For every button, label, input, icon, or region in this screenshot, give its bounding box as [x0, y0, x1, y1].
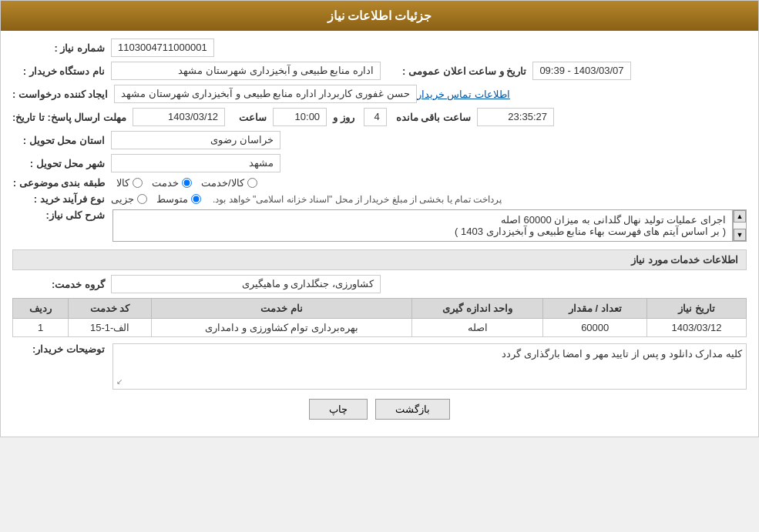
purchase-jozei-radio[interactable]	[137, 194, 147, 204]
description-label: شرح کلی نیاز:	[12, 209, 105, 221]
deadline-days-value: 4	[364, 108, 387, 126]
category-khadamat-label: خدمت	[152, 177, 179, 189]
service-group-value: کشاورزی، جنگلداری و ماهیگیری	[111, 275, 381, 293]
col-service-name: نام خدمت	[152, 299, 412, 319]
deadline-label: مهلت ارسال پاسخ: تا تاریخ:	[12, 112, 126, 123]
buyer-notes-container: کلیه مدارک دانلود و پس از تایید مهر و ام…	[113, 343, 747, 390]
back-button[interactable]: بازگشت	[375, 399, 450, 420]
cell-service-code: الف-1-15	[69, 319, 152, 337]
deadline-remaining-value: 23:35:27	[477, 108, 554, 126]
desc-scrollbar: ▲ ▼	[733, 209, 747, 242]
content-area: 1103004711000001 شماره نیاز : 1403/03/07…	[1, 31, 758, 437]
cell-service-name: بهره‌برداری توام کشاورزی و دامداری	[152, 319, 412, 337]
purchase-motavasset-radio[interactable]	[191, 194, 201, 204]
purchase-type-radio-group: متوسط جزیی	[111, 193, 201, 205]
category-khadamat[interactable]: خدمت	[152, 177, 192, 189]
page-wrapper: جزئیات اطلاعات نیاز 1103004711000001 شما…	[0, 0, 759, 437]
deadline-remaining-label: ساعت باقی مانده	[396, 112, 471, 123]
category-kala-label: کالا	[116, 177, 129, 189]
description-text: اجرای عملیات تولید نهال گلدانی به میزان …	[113, 209, 733, 242]
resize-icon: ↙	[116, 377, 123, 386]
cell-row-num: 1	[13, 319, 69, 337]
purchase-type-row: پرداخت تمام یا بخشی از مبلغ خریدار از مح…	[12, 193, 747, 205]
description-row: ▲ ▼ اجرای عملیات تولید نهال گلدانی به می…	[12, 209, 747, 242]
services-table: تاریخ نیاز تعداد / مقدار واحد اندازه گیر…	[12, 298, 747, 337]
buyer-notes-value: کلیه مدارک دانلود و پس از تایید مهر و ام…	[113, 343, 747, 390]
purchase-jozei-label: جزیی	[111, 193, 134, 205]
province-label: استان محل تحویل :	[12, 135, 105, 146]
scroll-up-button[interactable]: ▲	[734, 210, 746, 223]
category-row: کالا/خدمت خدمت کالا طبقه بندی موضوعی :	[12, 177, 747, 189]
deadline-time-value: 10:00	[273, 108, 327, 126]
need-number-value: 1103004711000001	[111, 38, 214, 57]
description-container: ▲ ▼ اجرای عملیات تولید نهال گلدانی به می…	[113, 209, 747, 242]
buyer-notes-text: کلیه مدارک دانلود و پس از تایید مهر و ام…	[502, 348, 742, 360]
description-line1: اجرای عملیات تولید نهال گلدانی به میزان …	[119, 214, 726, 226]
table-row: 1403/03/12 60000 اصله بهره‌برداری توام ک…	[13, 319, 747, 337]
deadline-days-label: روز و	[333, 112, 354, 123]
service-group-row: کشاورزی، جنگلداری و ماهیگیری گروه خدمت:	[12, 275, 747, 293]
cell-unit: اصله	[412, 319, 543, 337]
city-label: شهر محل تحویل :	[12, 158, 105, 169]
col-service-code: کد خدمت	[69, 299, 152, 319]
description-line2: ( بر اساس آیتم های فهرست بهاء منابع طبیع…	[119, 226, 726, 237]
city-row: مشهد شهر محل تحویل :	[12, 154, 747, 172]
province-row: خراسان رضوی استان محل تحویل :	[12, 131, 747, 149]
service-group-label: گروه خدمت:	[12, 279, 105, 290]
province-value: خراسان رضوی	[111, 131, 280, 149]
need-number-label: شماره نیاز :	[12, 42, 105, 54]
purchase-jozei[interactable]: جزیی	[111, 193, 147, 205]
city-value: مشهد	[111, 154, 280, 172]
deadline-time-label: ساعت	[239, 112, 267, 123]
page-title: جزئیات اطلاعات نیاز	[327, 9, 432, 22]
col-unit: واحد اندازه گیری	[412, 299, 543, 319]
deadline-row: 23:35:27 ساعت باقی مانده 4 روز و 10:00 س…	[12, 108, 747, 126]
deadline-date-value: 1403/03/12	[133, 108, 225, 126]
category-label: طبقه بندی موضوعی :	[12, 177, 105, 189]
buyer-notes-row: کلیه مدارک دانلود و پس از تایید مهر و ام…	[12, 343, 747, 390]
page-header: جزئیات اطلاعات نیاز	[1, 1, 758, 31]
buyer-notes-label: توضیحات خریدار:	[12, 343, 105, 355]
cell-quantity: 60000	[543, 319, 647, 337]
table-header-row: تاریخ نیاز تعداد / مقدار واحد اندازه گیر…	[13, 299, 747, 319]
announce-datetime-label: تاریخ و ساعت اعلان عمومی :	[402, 65, 526, 77]
buyer-org-label: نام دستگاه خریدار :	[12, 65, 105, 77]
category-kala-radio[interactable]	[133, 178, 143, 188]
category-kala-khadamat-label: کالا/خدمت	[201, 177, 244, 189]
creator-row: اطلاعات تماس خریدار حسن غفوری کاربردار ا…	[12, 85, 747, 103]
col-row-num: ردیف	[13, 299, 69, 319]
category-kala[interactable]: کالا	[116, 177, 143, 189]
buyer-org-value: اداره منابع طبیعی و آبخیزداری شهرستان مش…	[111, 62, 381, 80]
creator-label: ایجاد کننده درخواست :	[12, 89, 108, 100]
creator-link[interactable]: اطلاعات تماس خریدار	[417, 89, 510, 100]
announce-row: 1403/03/07 - 09:39 تاریخ و ساعت اعلان عم…	[12, 62, 747, 80]
announce-datetime-value: 1403/03/07 - 09:39	[532, 62, 630, 80]
purchase-note: پرداخت تمام یا بخشی از مبلغ خریدار از مح…	[213, 194, 502, 205]
need-number-row: 1103004711000001 شماره نیاز :	[12, 38, 747, 57]
purchase-motavasset-label: متوسط	[156, 193, 188, 205]
category-kala-khadamat[interactable]: کالا/خدمت	[201, 177, 257, 189]
scroll-down-button[interactable]: ▼	[734, 229, 746, 241]
category-kala-khadamat-radio[interactable]	[247, 178, 257, 188]
category-radio-group: کالا/خدمت خدمت کالا	[116, 177, 257, 189]
services-section-title: اطلاعات خدمات مورد نیاز	[12, 249, 747, 270]
print-button[interactable]: چاپ	[309, 399, 368, 420]
purchase-motavasset[interactable]: متوسط	[156, 193, 201, 205]
purchase-type-label: نوع فرآیند خرید :	[12, 193, 105, 205]
col-quantity: تعداد / مقدار	[543, 299, 647, 319]
creator-value: حسن غفوری کاربردار اداره منابع طبیعی و آ…	[114, 85, 417, 103]
col-need-date: تاریخ نیاز	[647, 299, 747, 319]
button-row: بازگشت چاپ	[12, 399, 747, 420]
cell-need-date: 1403/03/12	[647, 319, 747, 337]
category-khadamat-radio[interactable]	[182, 178, 192, 188]
